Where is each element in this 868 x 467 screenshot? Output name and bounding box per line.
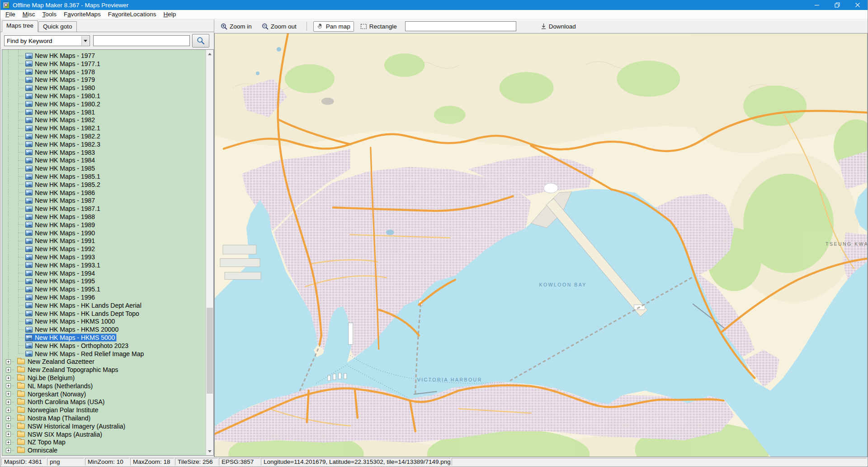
tree-item-label: New HK Maps - 1993 [35, 253, 95, 261]
tree-item[interactable]: New HK Maps - 1980 [2, 84, 206, 92]
expand-plus-icon[interactable] [6, 367, 11, 372]
menu-favoritelocations[interactable]: FavoriteLocations [104, 10, 160, 19]
tree-item[interactable]: New HK Maps - HKMS 5000 [2, 334, 206, 342]
map-layer-icon [25, 286, 33, 292]
expand-plus-icon[interactable] [6, 400, 11, 405]
tree-item[interactable]: New HK Maps - 1987 [2, 196, 206, 205]
search-button[interactable] [192, 34, 209, 48]
zoom-out-button[interactable]: Zoom out [258, 21, 300, 32]
menu-misc[interactable]: Misc [19, 10, 39, 19]
tree-folder[interactable]: NZ Topo Map [2, 438, 206, 446]
scroll-down-icon[interactable] [206, 448, 213, 455]
tree-item[interactable]: New HK Maps - 1992 [2, 245, 206, 253]
scrollbar-thumb[interactable] [207, 308, 213, 394]
tree-folder[interactable]: NL Maps (Netherlands) [2, 382, 206, 390]
tree-item[interactable]: New HK Maps - 1985.1 [2, 172, 206, 181]
tree-item[interactable]: New HK Maps - 1996 [2, 293, 206, 301]
tree-item[interactable]: New HK Maps - 1993.1 [2, 261, 206, 269]
tree-item[interactable]: New HK Maps - 1979 [2, 76, 206, 84]
tree-folder[interactable]: New Zealand Topographic Maps [2, 366, 206, 374]
tree-item[interactable]: New HK Maps - 1982.1 [2, 124, 206, 132]
coordinates-input[interactable] [405, 21, 516, 31]
tree-item[interactable]: New HK Maps - 1977 [2, 52, 206, 60]
tree-item-label: New HK Maps - 1982.3 [35, 141, 100, 148]
tree-folder[interactable]: Norgeskart (Norway) [2, 390, 206, 398]
rectangle-button[interactable]: Rectangle [357, 21, 401, 32]
close-icon [855, 2, 860, 8]
map-layer-icon [25, 93, 33, 99]
find-mode-select[interactable]: Find by Keyword [4, 35, 90, 46]
tree-item[interactable]: New HK Maps - 1995 [2, 277, 206, 285]
restore-icon [835, 2, 840, 8]
minimize-button[interactable] [807, 0, 827, 10]
tree-item[interactable]: New HK Maps - 1981 [2, 108, 206, 116]
tree-item[interactable]: New HK Maps - 1985.2 [2, 181, 206, 189]
tree-item[interactable]: New HK Maps - 1993 [2, 253, 206, 261]
expand-plus-icon[interactable] [6, 416, 11, 421]
tree-item[interactable]: New HK Maps - 1977.1 [2, 60, 206, 68]
expand-plus-icon[interactable] [6, 408, 11, 413]
menu-file[interactable]: File [2, 10, 19, 19]
tree-item[interactable]: New HK Maps - Orthophoto 2023 [2, 342, 206, 350]
pan-map-button[interactable]: Pan map [313, 21, 354, 32]
tree-item[interactable]: New HK Maps - 1986 [2, 189, 206, 197]
chevron-down-icon[interactable] [81, 36, 89, 45]
tree-item[interactable]: New HK Maps - 1988 [2, 213, 206, 221]
expand-plus-icon[interactable] [6, 376, 11, 381]
tree-item[interactable]: New HK Maps - 1982 [2, 116, 206, 124]
tree-item[interactable]: New HK Maps - HK Lands Dept Aerial [2, 301, 206, 310]
scroll-up-icon[interactable] [206, 50, 213, 57]
tree-item[interactable]: New HK Maps - 1982.2 [2, 132, 206, 140]
tree-item[interactable]: New HK Maps - 1995.1 [2, 285, 206, 293]
status-panel: MaxZoom: 18 [130, 458, 174, 466]
tree-item[interactable]: New HK Maps - 1991 [2, 237, 206, 245]
expand-plus-icon[interactable] [6, 440, 11, 445]
menu-tools[interactable]: Tools [39, 10, 61, 19]
expand-plus-icon[interactable] [6, 448, 11, 453]
map-viewport[interactable]: VICTORIA HARBOUR KOWLOON BAY TSEUNG KWAN… [214, 33, 868, 457]
tree-scrollbar[interactable] [206, 50, 213, 455]
tree-item[interactable]: New HK Maps - HKMS 1000 [2, 317, 206, 325]
tree-item[interactable]: New HK Maps - 1990 [2, 229, 206, 237]
expand-plus-icon[interactable] [6, 391, 11, 396]
tree-folder[interactable]: Ngi.be (Belgium) [2, 374, 206, 382]
tree-folder[interactable]: Omniscale [2, 446, 206, 454]
tree-folder[interactable]: NSW SIX Maps (Australia) [2, 430, 206, 438]
tree-item[interactable]: New HK Maps - 1994 [2, 269, 206, 277]
zoom-in-button[interactable]: Zoom in [217, 21, 255, 32]
restore-button[interactable] [827, 0, 847, 10]
tree-item[interactable]: New HK Maps - 1987.1 [2, 205, 206, 213]
tree-folder[interactable]: Norwegian Polar Institute [2, 406, 206, 414]
tree-folder[interactable]: NSW Historical Imagery (Australia) [2, 422, 206, 430]
menu-favoritemaps[interactable]: FavoriteMaps [60, 10, 104, 19]
tab-quick-goto[interactable]: Quick goto [38, 21, 77, 32]
keyword-input[interactable] [93, 35, 190, 46]
expand-plus-icon[interactable] [6, 424, 11, 429]
tree-folder-label: New Zealand Gazetteer [28, 358, 94, 365]
expand-plus-icon[interactable] [6, 432, 11, 437]
close-button[interactable] [847, 0, 868, 10]
tree-item[interactable]: New HK Maps - 1978 [2, 68, 206, 76]
tree-item[interactable]: New HK Maps - 1983 [2, 148, 206, 157]
tree-item[interactable]: New HK Maps - Red Relief Image Map [2, 350, 206, 358]
tree-folder[interactable]: Nostra Map (Thailand) [2, 414, 206, 422]
tree-item[interactable]: New HK Maps - 1989 [2, 221, 206, 229]
expand-plus-icon[interactable] [6, 383, 11, 388]
download-button[interactable]: Download [537, 21, 580, 32]
expand-plus-icon[interactable] [6, 359, 11, 364]
tab-maps-tree[interactable]: Maps tree [2, 20, 38, 32]
tree-viewport[interactable]: New HK Maps - 1977New HK Maps - 1977.1Ne… [2, 50, 206, 455]
menu-help[interactable]: Help [160, 10, 179, 19]
tree-item[interactable]: New HK Maps - 1984 [2, 156, 206, 164]
tree-folder[interactable]: North Carolina Maps (USA) [2, 398, 206, 406]
tree-connector [11, 450, 15, 451]
tree-item[interactable]: New HK Maps - 1980.2 [2, 100, 206, 108]
tree-item[interactable]: New HK Maps - 1982.3 [2, 140, 206, 148]
tree-item[interactable]: New HK Maps - 1985 [2, 164, 206, 172]
folder-icon [17, 415, 25, 421]
tree-item[interactable]: New HK Maps - 1980.1 [2, 92, 206, 100]
tree-item[interactable]: New HK Maps - HKMS 20000 [2, 325, 206, 334]
tree-folder[interactable]: New Zealand Gazetteer [2, 357, 206, 366]
tree-item[interactable]: New HK Maps - HK Lands Dept Topo [2, 310, 206, 318]
tree-connector [18, 176, 25, 177]
